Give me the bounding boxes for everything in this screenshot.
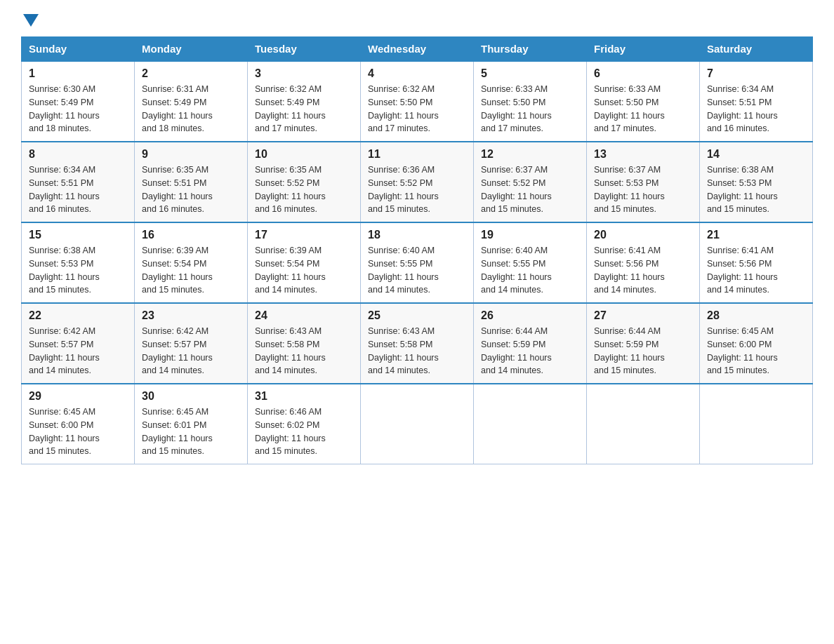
day-number: 16 — [142, 229, 240, 241]
empty-cell — [587, 384, 700, 464]
day-number: 8 — [29, 148, 127, 161]
day-number: 9 — [142, 148, 240, 161]
week-row-2: 8Sunrise: 6:34 AMSunset: 5:51 PMDaylight… — [22, 142, 813, 222]
day-cell-3: 3Sunrise: 6:32 AMSunset: 5:49 PMDaylight… — [248, 61, 361, 142]
calendar-header-row: SundayMondayTuesdayWednesdayThursdayFrid… — [22, 37, 813, 62]
day-info: Sunrise: 6:39 AMSunset: 5:54 PMDaylight:… — [142, 244, 240, 297]
day-cell-5: 5Sunrise: 6:33 AMSunset: 5:50 PMDaylight… — [474, 61, 587, 142]
day-number: 7 — [707, 67, 805, 80]
day-number: 28 — [707, 309, 805, 322]
day-info: Sunrise: 6:46 AMSunset: 6:02 PMDaylight:… — [255, 405, 353, 458]
day-number: 10 — [255, 148, 353, 161]
logo-triangle-icon — [23, 14, 39, 27]
day-info: Sunrise: 6:33 AMSunset: 5:50 PMDaylight:… — [594, 83, 692, 135]
day-header-tuesday: Tuesday — [248, 37, 361, 62]
day-number: 4 — [368, 67, 466, 80]
day-number: 26 — [481, 309, 579, 322]
day-info: Sunrise: 6:38 AMSunset: 5:53 PMDaylight:… — [707, 163, 805, 216]
day-number: 31 — [255, 390, 353, 403]
week-row-1: 1Sunrise: 6:30 AMSunset: 5:49 PMDaylight… — [22, 61, 813, 142]
day-cell-21: 21Sunrise: 6:41 AMSunset: 5:56 PMDayligh… — [700, 222, 813, 303]
day-cell-4: 4Sunrise: 6:32 AMSunset: 5:50 PMDaylight… — [361, 61, 474, 142]
day-number: 14 — [707, 148, 805, 161]
day-cell-18: 18Sunrise: 6:40 AMSunset: 5:55 PMDayligh… — [361, 222, 474, 303]
day-info: Sunrise: 6:37 AMSunset: 5:53 PMDaylight:… — [594, 163, 692, 216]
day-cell-10: 10Sunrise: 6:35 AMSunset: 5:52 PMDayligh… — [248, 142, 361, 222]
day-number: 6 — [594, 67, 692, 80]
day-number: 20 — [594, 229, 692, 241]
day-info: Sunrise: 6:45 AMSunset: 6:00 PMDaylight:… — [707, 325, 805, 377]
page-header — [21, 14, 813, 29]
empty-cell — [361, 384, 474, 464]
day-info: Sunrise: 6:42 AMSunset: 5:57 PMDaylight:… — [142, 325, 240, 377]
day-info: Sunrise: 6:41 AMSunset: 5:56 PMDaylight:… — [594, 244, 692, 297]
day-number: 11 — [368, 148, 466, 161]
day-cell-24: 24Sunrise: 6:43 AMSunset: 5:58 PMDayligh… — [248, 303, 361, 384]
day-info: Sunrise: 6:42 AMSunset: 5:57 PMDaylight:… — [29, 325, 127, 377]
day-info: Sunrise: 6:40 AMSunset: 5:55 PMDaylight:… — [368, 244, 466, 297]
day-number: 17 — [255, 229, 353, 241]
day-info: Sunrise: 6:31 AMSunset: 5:49 PMDaylight:… — [142, 83, 240, 135]
day-number: 25 — [368, 309, 466, 322]
day-number: 15 — [29, 229, 127, 241]
day-info: Sunrise: 6:43 AMSunset: 5:58 PMDaylight:… — [255, 325, 353, 377]
day-cell-27: 27Sunrise: 6:44 AMSunset: 5:59 PMDayligh… — [587, 303, 700, 384]
day-cell-25: 25Sunrise: 6:43 AMSunset: 5:58 PMDayligh… — [361, 303, 474, 384]
day-header-saturday: Saturday — [700, 37, 813, 62]
calendar-table: SundayMondayTuesdayWednesdayThursdayFrid… — [21, 36, 813, 464]
day-number: 13 — [594, 148, 692, 161]
week-row-5: 29Sunrise: 6:45 AMSunset: 6:00 PMDayligh… — [22, 384, 813, 464]
day-cell-26: 26Sunrise: 6:44 AMSunset: 5:59 PMDayligh… — [474, 303, 587, 384]
day-number: 27 — [594, 309, 692, 322]
day-info: Sunrise: 6:33 AMSunset: 5:50 PMDaylight:… — [481, 83, 579, 135]
day-info: Sunrise: 6:45 AMSunset: 6:01 PMDaylight:… — [142, 405, 240, 458]
day-cell-13: 13Sunrise: 6:37 AMSunset: 5:53 PMDayligh… — [587, 142, 700, 222]
empty-cell — [700, 384, 813, 464]
day-info: Sunrise: 6:44 AMSunset: 5:59 PMDaylight:… — [481, 325, 579, 377]
day-cell-6: 6Sunrise: 6:33 AMSunset: 5:50 PMDaylight… — [587, 61, 700, 142]
logo — [21, 14, 39, 29]
day-info: Sunrise: 6:38 AMSunset: 5:53 PMDaylight:… — [29, 244, 127, 297]
day-cell-14: 14Sunrise: 6:38 AMSunset: 5:53 PMDayligh… — [700, 142, 813, 222]
day-number: 19 — [481, 229, 579, 241]
day-number: 1 — [29, 67, 127, 80]
day-info: Sunrise: 6:34 AMSunset: 5:51 PMDaylight:… — [29, 163, 127, 216]
day-info: Sunrise: 6:37 AMSunset: 5:52 PMDaylight:… — [481, 163, 579, 216]
week-row-4: 22Sunrise: 6:42 AMSunset: 5:57 PMDayligh… — [22, 303, 813, 384]
day-cell-7: 7Sunrise: 6:34 AMSunset: 5:51 PMDaylight… — [700, 61, 813, 142]
day-info: Sunrise: 6:32 AMSunset: 5:49 PMDaylight:… — [255, 83, 353, 135]
day-number: 30 — [142, 390, 240, 403]
day-number: 12 — [481, 148, 579, 161]
svg-marker-0 — [23, 14, 39, 27]
day-number: 22 — [29, 309, 127, 322]
day-info: Sunrise: 6:36 AMSunset: 5:52 PMDaylight:… — [368, 163, 466, 216]
day-cell-12: 12Sunrise: 6:37 AMSunset: 5:52 PMDayligh… — [474, 142, 587, 222]
day-cell-23: 23Sunrise: 6:42 AMSunset: 5:57 PMDayligh… — [135, 303, 248, 384]
day-cell-28: 28Sunrise: 6:45 AMSunset: 6:00 PMDayligh… — [700, 303, 813, 384]
day-header-wednesday: Wednesday — [361, 37, 474, 62]
day-cell-30: 30Sunrise: 6:45 AMSunset: 6:01 PMDayligh… — [135, 384, 248, 464]
day-number: 24 — [255, 309, 353, 322]
week-row-3: 15Sunrise: 6:38 AMSunset: 5:53 PMDayligh… — [22, 222, 813, 303]
day-cell-31: 31Sunrise: 6:46 AMSunset: 6:02 PMDayligh… — [248, 384, 361, 464]
day-cell-1: 1Sunrise: 6:30 AMSunset: 5:49 PMDaylight… — [22, 61, 135, 142]
day-info: Sunrise: 6:43 AMSunset: 5:58 PMDaylight:… — [368, 325, 466, 377]
day-number: 21 — [707, 229, 805, 241]
empty-cell — [474, 384, 587, 464]
day-cell-11: 11Sunrise: 6:36 AMSunset: 5:52 PMDayligh… — [361, 142, 474, 222]
day-number: 29 — [29, 390, 127, 403]
day-number: 23 — [142, 309, 240, 322]
day-cell-17: 17Sunrise: 6:39 AMSunset: 5:54 PMDayligh… — [248, 222, 361, 303]
day-info: Sunrise: 6:41 AMSunset: 5:56 PMDaylight:… — [707, 244, 805, 297]
day-info: Sunrise: 6:39 AMSunset: 5:54 PMDaylight:… — [255, 244, 353, 297]
day-info: Sunrise: 6:35 AMSunset: 5:51 PMDaylight:… — [142, 163, 240, 216]
day-info: Sunrise: 6:34 AMSunset: 5:51 PMDaylight:… — [707, 83, 805, 135]
day-header-friday: Friday — [587, 37, 700, 62]
day-cell-2: 2Sunrise: 6:31 AMSunset: 5:49 PMDaylight… — [135, 61, 248, 142]
day-cell-29: 29Sunrise: 6:45 AMSunset: 6:00 PMDayligh… — [22, 384, 135, 464]
day-info: Sunrise: 6:44 AMSunset: 5:59 PMDaylight:… — [594, 325, 692, 377]
day-number: 3 — [255, 67, 353, 80]
day-info: Sunrise: 6:40 AMSunset: 5:55 PMDaylight:… — [481, 244, 579, 297]
day-cell-20: 20Sunrise: 6:41 AMSunset: 5:56 PMDayligh… — [587, 222, 700, 303]
day-info: Sunrise: 6:32 AMSunset: 5:50 PMDaylight:… — [368, 83, 466, 135]
